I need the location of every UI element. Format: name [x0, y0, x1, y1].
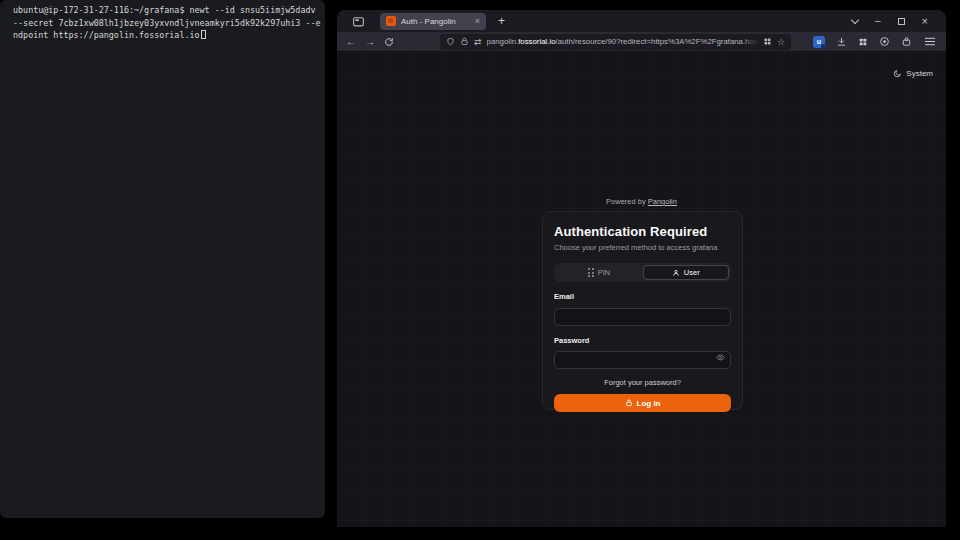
new-tab-button[interactable]: +	[498, 14, 505, 28]
lock-icon	[625, 399, 633, 407]
browser-tab-auth-pangolin[interactable]: Auth - Pangolin ×	[380, 13, 486, 30]
four-squares-icon[interactable]	[858, 37, 868, 47]
swap-icon[interactable]: ⇄	[474, 37, 482, 47]
forgot-password-link[interactable]: Forgot your password?	[554, 378, 731, 387]
email-field[interactable]	[554, 308, 731, 326]
password-label: Password	[554, 336, 731, 345]
url-bar[interactable]: ⇄ pangolin.fossorial.io/auth/resource/90…	[440, 34, 791, 50]
card-title: Authentication Required	[554, 224, 731, 239]
auth-card: Authentication Required Choose your pref…	[542, 211, 743, 410]
show-password-eye-icon[interactable]	[716, 353, 725, 362]
person-icon	[672, 269, 680, 277]
auth-method-tabs: PIN User	[554, 263, 731, 282]
powered-by: Powered by Pangolin	[337, 197, 946, 206]
tracking-shield-icon[interactable]	[446, 37, 455, 46]
firefox-window: Auth - Pangolin × + – × ← → ⇄ pangolin.f…	[337, 10, 946, 527]
puzzle-extension-icon[interactable]	[901, 36, 912, 47]
moon-icon	[893, 69, 902, 78]
terminal-line: --secret 7cbz1xw08lh1jbzey03yxvndljvneam…	[13, 17, 322, 30]
pangolin-link[interactable]: Pangolin	[648, 197, 677, 206]
tab-title: Auth - Pangolin	[401, 17, 470, 26]
bookmark-star-icon[interactable]: ☆	[777, 37, 785, 47]
window-close-button[interactable]: ×	[922, 15, 928, 27]
menu-icon[interactable]	[925, 41, 935, 42]
window-controls: – ×	[852, 15, 936, 27]
containers-grid-icon[interactable]	[763, 37, 772, 46]
terminal-window[interactable]: ubuntu@ip-172-31-27-116:~/grafana$ newt …	[0, 0, 325, 518]
firefox-view-icon[interactable]	[352, 15, 365, 28]
theme-toggle-label: System	[906, 69, 933, 78]
tab-user[interactable]: User	[643, 265, 730, 280]
tab-close-icon[interactable]: ×	[475, 16, 480, 26]
terminal-line: ubuntu@ip-172-31-27-116:~/grafana$ newt …	[13, 4, 322, 17]
avatar-circle-icon[interactable]	[879, 36, 890, 47]
list-all-tabs-chevron-icon[interactable]	[851, 15, 859, 23]
url-text[interactable]: pangolin.fossorial.io/auth/resource/90?r…	[487, 37, 758, 46]
download-icon[interactable]	[836, 36, 847, 47]
ublock-extension-icon[interactable]: u	[813, 36, 825, 48]
terminal-cursor	[201, 30, 206, 39]
tab-user-label: User	[684, 268, 700, 277]
keypad-icon	[588, 268, 593, 277]
password-field[interactable]	[554, 351, 731, 369]
tab-strip: Auth - Pangolin × + – ×	[337, 10, 946, 32]
tab-pin[interactable]: PIN	[556, 265, 643, 280]
maximize-button[interactable]	[898, 18, 905, 25]
navigation-toolbar: ← → ⇄ pangolin.fossorial.io/auth/resourc…	[337, 32, 946, 52]
back-button[interactable]: ←	[346, 36, 356, 47]
minimize-button[interactable]: –	[875, 18, 881, 24]
reload-button[interactable]	[384, 37, 394, 47]
login-button[interactable]: Log in	[554, 394, 731, 412]
tab-pin-label: PIN	[598, 268, 611, 277]
toolbar-extensions-area: u	[813, 36, 937, 48]
lock-icon[interactable]	[460, 37, 469, 46]
theme-toggle[interactable]: System	[893, 69, 933, 78]
card-subtitle: Choose your preferred method to access g…	[554, 243, 731, 252]
login-button-label: Log in	[637, 399, 661, 408]
forward-button[interactable]: →	[365, 36, 375, 47]
auth-page: System Powered by Pangolin Authenticatio…	[337, 52, 946, 527]
pangolin-favicon	[386, 16, 396, 26]
terminal-line: ndpoint https://pangolin.fossorial.io	[13, 29, 322, 42]
email-label: Email	[554, 292, 731, 301]
